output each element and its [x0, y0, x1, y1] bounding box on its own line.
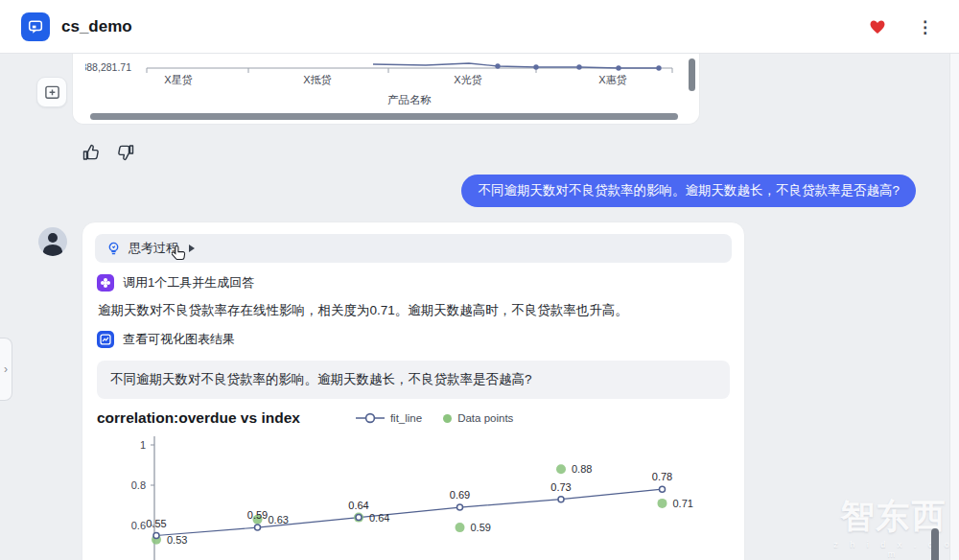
previous-chart-card: 4,888,281.71X星贷X抵贷X光贷X惠贷产品名称	[72, 54, 700, 125]
thumbs-up-button[interactable]	[81, 143, 101, 163]
assistant-avatar	[38, 227, 67, 256]
svg-text:X光贷: X光贷	[454, 74, 481, 85]
svg-text:产品名称: 产品名称	[387, 94, 432, 105]
expand-chart-button[interactable]	[36, 77, 67, 107]
question-echo-box: 不同逾期天数对不良贷款率的影响。逾期天数越长，不良贷款率是否越高?	[97, 361, 730, 399]
svg-text:0.59: 0.59	[247, 509, 268, 521]
svg-text:X抵贷: X抵贷	[303, 74, 331, 85]
legend-item-fit-line: fit_line	[356, 412, 422, 424]
top-bar: cs_demo ⋮	[0, 0, 959, 54]
watermark-text: 智东西	[827, 494, 959, 539]
svg-text:0.64: 0.64	[369, 512, 389, 524]
card-vertical-scrollbar[interactable]	[689, 58, 695, 91]
view-chart-row[interactable]: 查看可视化图表结果	[97, 331, 730, 348]
svg-text:0.78: 0.78	[652, 471, 672, 482]
page-vertical-scrollbar[interactable]	[931, 528, 939, 560]
chart-header: correlation:overdue vs index fit_line Da…	[97, 409, 730, 427]
svg-text:0.53: 0.53	[167, 534, 187, 546]
assistant-answer-text: 逾期天数对不良贷款率存在线性影响，相关度为0.71。逾期天数越高时，不良贷款率也…	[98, 302, 729, 319]
data-point-marker-icon	[443, 414, 452, 423]
svg-text:X惠贷: X惠贷	[598, 74, 626, 85]
thumbs-down-icon	[116, 143, 135, 162]
more-menu-button[interactable]: ⋮	[911, 15, 930, 38]
assistant-answer-card: 思考过程 调用1个工具并生成回答 逾期天数对不良贷款率存在线性影响，相关度为0.…	[82, 222, 745, 560]
chart-result-icon	[97, 331, 114, 348]
svg-text:0.6: 0.6	[131, 520, 146, 531]
watermark: 智东西 z h i d x . c o m	[827, 494, 959, 559]
legend-label: fit_line	[390, 412, 422, 424]
feedback-row	[81, 143, 135, 163]
svg-text:0.71: 0.71	[673, 498, 693, 509]
thinking-process-toggle[interactable]: 思考过程	[95, 234, 732, 263]
watermark-subtext: z h i d x . c o m	[827, 540, 959, 559]
legend-label: Data points	[457, 412, 513, 424]
app-logo	[21, 12, 50, 41]
heart-icon	[869, 19, 886, 35]
svg-text:0.8: 0.8	[131, 479, 146, 491]
svg-text:0.88: 0.88	[572, 463, 592, 475]
svg-text:0.73: 0.73	[550, 481, 571, 493]
svg-text:0.69: 0.69	[450, 489, 470, 501]
favorite-button[interactable]	[869, 19, 886, 35]
right-edge-strip	[949, 54, 959, 560]
view-chart-label: 查看可视化图表结果	[123, 331, 235, 348]
chevron-right-icon: ›	[4, 362, 8, 376]
page-title: cs_demo	[61, 0, 132, 54]
fit-line-marker-icon	[356, 412, 385, 424]
sidebar-expand-toggle[interactable]: ›	[0, 338, 12, 401]
hand-cursor-icon	[172, 245, 186, 261]
horizontal-scrollbar[interactable]	[90, 113, 678, 120]
tool-call-label: 调用1个工具并生成回答	[123, 274, 254, 292]
lightbulb-icon	[106, 242, 121, 256]
collapse-arrow-icon	[189, 245, 195, 252]
svg-text:0.64: 0.64	[348, 500, 368, 511]
svg-text:X星贷: X星贷	[164, 74, 192, 85]
expand-icon	[44, 84, 60, 101]
svg-text:0.59: 0.59	[471, 522, 491, 533]
svg-text:4,888,281.71: 4,888,281.71	[85, 61, 131, 73]
svg-text:0.63: 0.63	[269, 514, 289, 525]
chat-bubble-icon	[27, 18, 44, 35]
svg-text:1: 1	[140, 439, 146, 451]
correlation-scatter-chart: 10.80.60.40.530.630.640.590.880.710.550.…	[95, 429, 728, 560]
thumbs-up-icon	[82, 143, 101, 162]
tool-spark-icon	[97, 274, 114, 292]
legend-item-data-points: Data points	[443, 412, 513, 424]
svg-text:0.55: 0.55	[146, 518, 166, 529]
chart-title: correlation:overdue vs index	[97, 409, 300, 427]
user-message-bubble: 不同逾期天数对不良贷款率的影响。逾期天数越长，不良贷款率是否越高?	[461, 175, 916, 207]
thumbs-down-button[interactable]	[115, 143, 135, 163]
tool-call-row: 调用1个工具并生成回答	[97, 274, 730, 292]
app-window: cs_demo ⋮ 4,888,281.71X星贷X抵贷X光贷X惠贷产品名称	[0, 0, 959, 560]
chart-legend: fit_line Data points	[356, 412, 513, 424]
product-line-chart: 4,888,281.71X星贷X抵贷X光贷X惠贷产品名称	[85, 59, 690, 109]
